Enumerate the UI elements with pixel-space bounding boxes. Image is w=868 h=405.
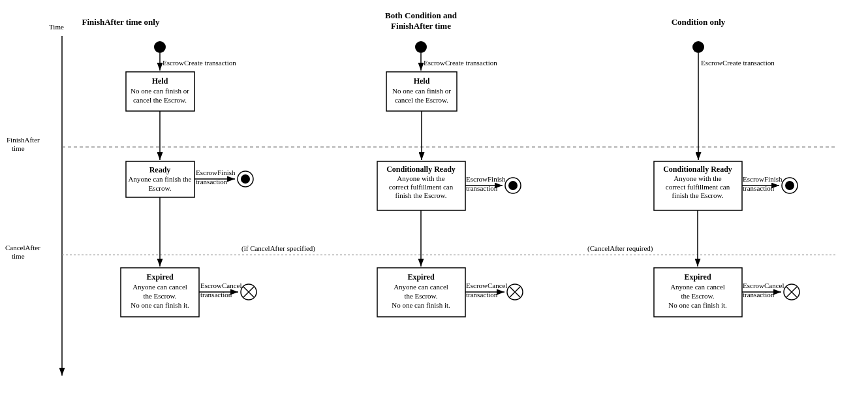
col3-condready-text1: Anyone with the <box>674 174 721 182</box>
col3-expired-title: Expired <box>684 272 711 282</box>
col3-finish-label1: EscrowFinish <box>743 175 783 183</box>
col1-title: FinishAfter time only <box>82 17 160 27</box>
col1-expired-title: Expired <box>146 272 173 282</box>
col3-condready-title: Conditionally Ready <box>663 165 732 174</box>
col3-finish-label2: transaction <box>743 184 775 192</box>
col2-finish-label1: EscrowFinish <box>466 175 506 183</box>
col2-title1: Both Condition and <box>385 10 457 20</box>
col3-cancelafter-label: (CancelAfter required) <box>587 244 653 253</box>
col2-cancel-label1: EscrowCancel <box>466 282 508 289</box>
col2-expired-text2: the Escrow. <box>404 292 437 300</box>
col2-condready-text1: Anyone with the <box>397 174 444 182</box>
col2-held-text2: cancel the Escrow. <box>395 96 448 104</box>
col3-condready-text3: finish the Escrow. <box>672 191 723 199</box>
col2-title2: FinishAfter time <box>391 21 451 31</box>
cancelafter-label2: time <box>12 252 25 260</box>
diagram-svg: Time FinishAfter time CancelAfter time F… <box>0 0 868 405</box>
col1-held-text1: No one can finish or <box>131 87 189 95</box>
col3-condready-text2: correct fulfillment can <box>666 183 730 191</box>
col2-held-text1: No one can finish or <box>392 87 451 95</box>
col3-finish-end-inner <box>785 181 794 190</box>
col2-create-label: EscrowCreate transaction <box>424 59 497 67</box>
col3-title: Condition only <box>672 17 726 27</box>
finishafter-label: FinishAfter <box>7 136 40 144</box>
col2-expired-text3: No one can finish it. <box>392 301 450 309</box>
col1-create-label: EscrowCreate transaction <box>163 59 236 67</box>
col3-expired-text1: Anyone can cancel <box>670 283 725 291</box>
col2-expired-title: Expired <box>407 272 434 282</box>
col2-cancelafter-label: (if CancelAfter specified) <box>241 244 315 253</box>
col3-expired-text3: No one can finish it. <box>668 301 727 309</box>
col2-expired-text1: Anyone can cancel <box>394 283 448 291</box>
col1-expired-text2: the Escrow. <box>143 292 176 300</box>
col1-held-title: Held <box>152 76 168 86</box>
time-axis-label: Time <box>49 23 64 31</box>
col2-start-circle <box>415 41 427 53</box>
col2-condready-text2: correct fulfillment can <box>389 183 454 191</box>
col1-ready-text1: Anyone can finish the <box>129 175 192 183</box>
col1-held-text2: cancel the Escrow. <box>133 96 187 104</box>
col1-start-circle <box>154 41 166 53</box>
col1-expired-text3: No one can finish it. <box>131 301 189 309</box>
col3-cancel-label1: EscrowCancel <box>743 282 784 289</box>
col1-finish-end-inner <box>241 174 250 184</box>
col1-cancel-label1: EscrowCancel <box>200 282 242 289</box>
col2-cancel-label2: transaction <box>466 291 498 299</box>
col2-condready-title: Conditionally Ready <box>386 165 456 174</box>
col1-finish-label1: EscrowFinish <box>196 169 236 176</box>
col2-finish-label2: transaction <box>466 184 498 192</box>
col3-expired-text2: the Escrow. <box>681 292 714 300</box>
col1-expired-text1: Anyone can cancel <box>132 283 187 291</box>
col3-start-circle <box>692 41 704 53</box>
col3-create-label: EscrowCreate transaction <box>701 59 775 67</box>
cancelafter-label: CancelAfter <box>5 244 40 251</box>
col1-finish-label2: transaction <box>196 178 228 186</box>
col1-ready-title: Ready <box>149 165 171 174</box>
col2-held-title: Held <box>414 76 430 86</box>
col3-cancel-label2: transaction <box>743 291 775 299</box>
finishafter-label2: time <box>12 144 25 152</box>
col2-condready-text3: finish the Escrow. <box>395 191 446 199</box>
diagram-container: Time FinishAfter time CancelAfter time F… <box>0 0 868 405</box>
col1-cancel-label2: transaction <box>200 291 232 299</box>
col1-ready-text2: Escrow. <box>148 184 171 192</box>
col2-finish-end-inner <box>508 181 518 190</box>
